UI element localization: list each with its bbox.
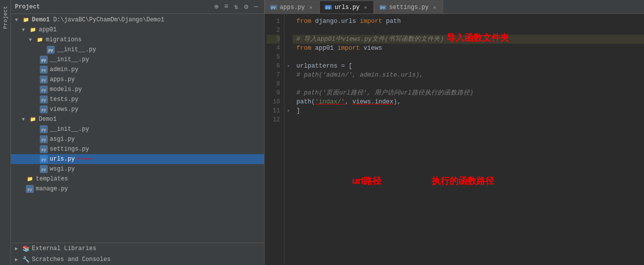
code-line-12 xyxy=(292,115,644,124)
apps-tab-close[interactable]: ✕ xyxy=(308,4,314,10)
code-line-5 xyxy=(292,53,644,62)
gutter-1 xyxy=(284,17,292,26)
tree-item-demo1-root[interactable]: ▼ 📁 Demo1 D:\javaBC\PyChamDm\Django\Demo… xyxy=(11,15,264,25)
add-content-icon[interactable]: ⊕ xyxy=(212,2,220,11)
tree-item-views[interactable]: py views.py xyxy=(11,104,264,114)
scratches-icon: 🔧 xyxy=(22,256,30,264)
project-tab-label[interactable]: Project xyxy=(1,4,9,31)
code-text-10: path('indax/', views.index), xyxy=(296,97,401,106)
py-file-icon: py xyxy=(40,76,48,84)
tree-item-init-migrations[interactable]: py __init__.py xyxy=(11,45,264,55)
sidebar-title: Project xyxy=(15,3,209,10)
tree-item-init-app01[interactable]: py __init__.py xyxy=(11,55,264,65)
arrow-icon: ▼ xyxy=(22,27,29,33)
scratches-label: Scratches and Consoles xyxy=(32,256,110,263)
project-side-tab[interactable]: Project xyxy=(0,0,11,265)
apps-tab-label: apps.py xyxy=(280,4,305,11)
settings-tab-icon: py xyxy=(379,5,386,9)
code-text-7: # path('admin/', admin.site.urls), xyxy=(296,71,423,80)
gutter-8 xyxy=(284,80,292,88)
tree-item-demo1-sub[interactable]: ▼ 📁 Demo1 xyxy=(11,114,264,124)
external-libraries-item[interactable]: ▶ 📚 External Libraries xyxy=(11,243,264,254)
file-tree: ▼ 📁 Demo1 D:\javaBC\PyChamDm\Django\Demo… xyxy=(11,14,264,243)
scratches-item[interactable]: ▶ 🔧 Scratches and Consoles xyxy=(11,254,264,265)
tree-item-admin[interactable]: py admin.py xyxy=(11,65,264,75)
settings-tab-close[interactable]: ✕ xyxy=(432,4,438,10)
folder-icon: 📁 xyxy=(36,36,44,44)
expand-arrow: ▶ xyxy=(15,246,22,252)
sort-icon[interactable]: ⇅ xyxy=(232,2,240,11)
line-num-4: 4 xyxy=(267,44,280,53)
code-line-8 xyxy=(292,80,644,88)
folder-icon: 📁 xyxy=(26,175,34,183)
line-numbers: 1 2 3 4 5 6 7 8 9 10 11 12 xyxy=(265,14,284,265)
line-num-5: 5 xyxy=(267,53,280,62)
code-text-6: urlpatterns = [ xyxy=(296,62,353,71)
arrow-icon: ▼ xyxy=(22,117,29,122)
code-text-3: # 导入app01中views.py文件(书写函数的文件夹) xyxy=(296,35,444,44)
tree-item-urls[interactable]: py urls.py ←—— xyxy=(11,154,264,164)
gutter-3 xyxy=(284,35,292,44)
gutter-5 xyxy=(284,53,292,62)
line-num-11: 11 xyxy=(267,106,280,115)
gutter: ▾ ▾ xyxy=(284,14,292,265)
tree-item-migrations[interactable]: ▼ 📁 migrations xyxy=(11,35,264,45)
tree-item-wsgi[interactable]: py wsgi.py xyxy=(11,164,264,174)
gutter-9 xyxy=(284,88,292,97)
indax-string: 'indax/' xyxy=(315,98,345,105)
code-content[interactable]: from django.urls import path # 导入app01中v… xyxy=(292,14,644,265)
settings-tab[interactable]: py settings.py ✕ xyxy=(374,0,443,13)
sidebar: Project ⊕ ≡ ⇅ ⚙ — ▼ 📁 Demo1 D:\javaBC\Py… xyxy=(11,0,265,265)
code-text-1: from django.urls import path xyxy=(296,17,401,26)
tree-item-models[interactable]: py models.py xyxy=(11,85,264,94)
tree-item-manage[interactable]: py manage.py xyxy=(11,184,264,194)
tab-bar: py apps.py ✕ py urls.py ✕ py settings.py… xyxy=(265,0,644,14)
gutter-fold-6[interactable]: ▾ xyxy=(284,62,292,71)
gutter-12 xyxy=(284,115,292,124)
code-editor: 1 2 3 4 5 6 7 8 9 10 11 12 ▾ xyxy=(265,14,644,265)
settings-icon[interactable]: ⚙ xyxy=(242,2,250,11)
line-num-3: 3 xyxy=(267,35,280,44)
gutter-fold-11[interactable]: ▾ xyxy=(284,106,292,115)
tree-item-apps[interactable]: py apps.py xyxy=(11,75,264,85)
tree-item-settings[interactable]: py settings.py xyxy=(11,144,264,154)
minimize-icon[interactable]: — xyxy=(252,2,260,11)
py-file-icon: py xyxy=(40,56,48,64)
views-index: views.index xyxy=(353,98,394,105)
settings-tab-label: settings.py xyxy=(389,4,429,11)
py-file-icon: py xyxy=(40,95,48,103)
code-line-1: from django.urls import path xyxy=(292,17,644,26)
py-file-icon: py xyxy=(40,86,48,93)
sidebar-icons: ⊕ ≡ ⇅ ⚙ — xyxy=(212,2,260,11)
code-line-11: ] xyxy=(292,106,644,115)
expand-all-icon[interactable]: ≡ xyxy=(222,2,230,11)
code-line-4: from app01 import views xyxy=(292,44,644,53)
urls-tab-close[interactable]: ✕ xyxy=(363,4,368,10)
py-file-icon: py xyxy=(40,155,48,163)
apps-tab[interactable]: py apps.py ✕ xyxy=(265,0,319,13)
red-arrow-annotation: ←—— xyxy=(78,155,92,164)
code-line-7: # path('admin/', admin.site.urls), xyxy=(292,71,644,80)
tree-item-app01[interactable]: ▼ 📁 app01 xyxy=(11,25,264,35)
gutter-7 xyxy=(284,71,292,80)
urls-tab[interactable]: py urls.py ✕ xyxy=(319,0,374,13)
code-text-11: ] xyxy=(296,106,300,115)
py-file-icon: py xyxy=(40,105,48,113)
tree-item-init-demo1[interactable]: py __init__.py xyxy=(11,124,264,134)
tree-item-templates[interactable]: 📁 templates xyxy=(11,174,264,184)
line-num-10: 10 xyxy=(267,97,280,106)
sidebar-header: Project ⊕ ≡ ⇅ ⚙ — xyxy=(11,0,264,14)
tree-item-tests[interactable]: py tests.py xyxy=(11,94,264,104)
tree-item-asgi[interactable]: py asgi.py xyxy=(11,134,264,144)
external-libraries-label: External Libraries xyxy=(32,245,96,252)
expand-arrow: ▶ xyxy=(15,257,22,263)
urls-tab-icon: py xyxy=(325,5,332,9)
code-line-6: urlpatterns = [ xyxy=(292,62,644,71)
code-line-3: # 导入app01中views.py文件(书写函数的文件夹) xyxy=(292,35,644,44)
annotation-func-path: 执行的函数路径 xyxy=(432,175,494,187)
py-file-icon: py xyxy=(26,185,34,193)
code-line-10: path('indax/', views.index), xyxy=(292,97,644,106)
sidebar-bottom: ▶ 📚 External Libraries ▶ 🔧 Scratches and… xyxy=(11,243,264,265)
gutter-2 xyxy=(284,26,292,35)
py-file-icon: py xyxy=(40,66,48,74)
